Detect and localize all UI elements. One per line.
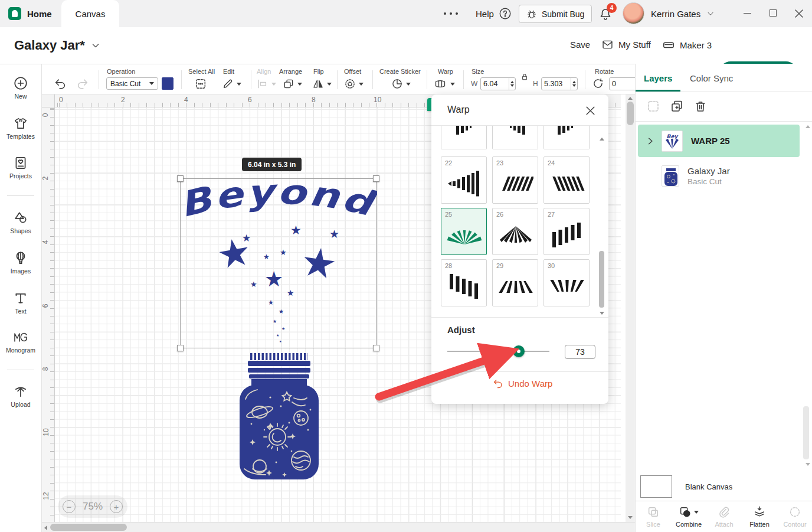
adjust-value[interactable] [565,345,595,358]
tab-home[interactable]: Home [8,0,52,27]
flatten-icon [753,505,766,518]
color-swatch[interactable] [162,77,173,90]
warp-style-option[interactable] [441,126,487,149]
slice-button[interactable]: Slice [636,501,671,532]
flip-button[interactable] [312,78,332,90]
delete-layer-button[interactable] [693,99,708,113]
galaxy-jar-image[interactable] [235,353,323,483]
canvas-vertical-scrollbar[interactable] [626,94,635,522]
layer-item-warp-25[interactable]: Bey WARP 25 [638,125,800,157]
warp-style-27[interactable]: 27 [543,208,590,255]
layer-item-galaxy-jar[interactable]: Galaxy Jar Basic Cut [638,161,800,191]
align-icon [257,78,269,90]
sidebar-item-shapes[interactable]: Shapes [0,210,41,234]
selection-bounding-box[interactable]: Beyond ★ ★ ★ ★ ★ ★ ★ ★ ★ ★ ★ ★ ★ ★ ★ ★ [180,178,376,348]
zoom-in-button[interactable]: + [110,500,123,513]
save-button[interactable]: Save [570,40,590,50]
layers-scroll-down[interactable] [806,463,810,466]
sidebar-item-projects[interactable]: Projects [0,155,41,179]
canvas-horizontal-scrollbar[interactable] [42,522,635,532]
maximize-button[interactable] [770,9,777,17]
adjust-slider-track[interactable] [447,351,549,352]
height-input[interactable] [541,77,578,90]
more-options-icon[interactable] [444,12,458,15]
create-sticker-button[interactable] [391,78,411,90]
resize-handle-bottom-left[interactable] [177,345,184,351]
width-input[interactable] [480,77,516,90]
tab-layers[interactable]: Layers [644,73,672,83]
user-menu[interactable]: Kerrin Gates [651,0,715,27]
project-header: Galaxy Jar* Save My Stuff Maker 3 Make [0,27,812,64]
layers-scrollbar[interactable] [803,406,809,459]
warp-style-29[interactable]: 29 [492,259,538,306]
close-icon[interactable] [585,105,596,116]
warp-style-24[interactable]: 24 [543,156,590,204]
minimize-button[interactable] [744,13,751,14]
align-button[interactable] [257,78,276,90]
zoom-out-button[interactable]: − [63,500,76,513]
scrollbar-thumb[interactable] [599,251,604,308]
sidebar-item-templates[interactable]: Templates [0,116,41,140]
attach-button[interactable]: Attach [706,501,742,532]
redo-button[interactable] [76,77,90,90]
warp-style-28[interactable]: 28 [441,259,487,306]
warp-style-23[interactable]: 23 [492,156,538,204]
undo-button[interactable] [53,77,67,90]
submit-bug-button[interactable]: Submit Bug [519,5,592,23]
offset-button[interactable] [344,78,364,90]
edit-button[interactable] [222,78,241,90]
undo-warp-button[interactable]: Undo Warp [492,378,552,389]
scrollbar-thumb[interactable] [50,524,127,531]
warp-style-25-selected[interactable]: 25 [441,208,487,255]
layers-scroll-up[interactable] [806,125,810,128]
warp-style-26[interactable]: 26 [492,208,538,255]
adjust-slider-knob[interactable] [513,345,525,357]
contour-button[interactable]: Contour [777,501,812,532]
warp-style-option[interactable] [492,126,538,149]
my-stuff-button[interactable]: My Stuff [601,38,651,51]
resize-handle-bottom-right[interactable] [373,345,379,351]
vertical-ruler: 0 2 4 6 8 10 12 [42,107,55,522]
tab-color-sync[interactable]: Color Sync [690,73,733,83]
warp-button[interactable] [433,78,455,90]
machine-selector[interactable]: Maker 3 [662,38,712,51]
sidebar-item-upload[interactable]: Upload [0,384,41,408]
sidebar-item-images[interactable]: Images [0,250,41,275]
combine-button[interactable]: Combine [671,501,706,532]
sidebar-item-new[interactable]: New [0,76,41,100]
project-title-menu[interactable]: Galaxy Jar* [14,38,100,53]
design-beyond-text[interactable]: Beyond [181,181,377,246]
height-value[interactable] [542,78,571,90]
width-value[interactable] [481,78,509,90]
close-window-button[interactable] [795,9,803,18]
star-icon: ★ [329,229,339,240]
rotate-icon[interactable] [592,77,604,90]
lock-aspect-icon[interactable] [520,72,529,81]
warp-style-22[interactable]: 22 [441,156,487,204]
arrange-button[interactable] [283,78,302,90]
slice-icon [647,505,660,518]
blank-canvas-row[interactable]: Blank Canvas [636,472,812,501]
duplicate-layer-button[interactable] [670,99,684,113]
warp-style-option[interactable] [543,126,590,149]
text-icon [13,291,28,306]
sidebar-item-text[interactable]: Text [0,291,41,315]
avatar[interactable] [623,2,644,24]
sidebar-item-monogram[interactable]: Monogram [0,329,41,354]
height-stepper[interactable] [571,78,577,90]
width-stepper[interactable] [509,78,515,90]
operation-select[interactable]: Basic Cut [106,77,158,90]
flatten-button[interactable]: Flatten [742,501,777,532]
select-all-button[interactable] [194,77,207,90]
tab-canvas[interactable]: Canvas [61,0,119,27]
warp-style-30[interactable]: 30 [543,259,590,306]
select-layer-button[interactable] [646,99,660,113]
flip-icon [312,78,324,90]
scrollbar-thumb[interactable] [627,102,634,125]
help-menu[interactable]: Help [476,0,512,27]
star-icon: ★ [280,249,287,256]
rotate-value[interactable] [610,78,637,90]
canvas-color-swatch[interactable] [640,475,672,498]
warp-list-scrollbar[interactable] [598,133,605,322]
adjust-value-input[interactable] [565,345,595,359]
